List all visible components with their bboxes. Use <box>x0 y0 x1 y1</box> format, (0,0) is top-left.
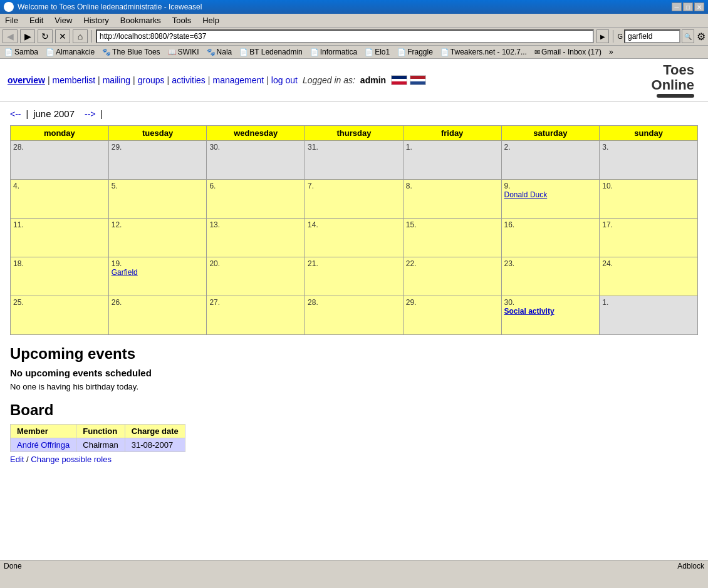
address-input[interactable] <box>96 29 594 43</box>
cal-cell-r3c6[interactable]: 24. <box>600 257 698 296</box>
cal-event-link[interactable]: Social activity <box>504 307 597 316</box>
cal-cell-r0c0[interactable]: 28. <box>11 141 109 180</box>
page-content: overview | memberlist | mailing | groups… <box>0 59 708 560</box>
flag-nl[interactable] <box>410 75 426 85</box>
cal-cell-r4c2[interactable]: 27. <box>207 296 305 335</box>
board-edit-link[interactable]: Edit <box>10 455 24 464</box>
cal-cell-r4c0[interactable]: 25. <box>11 296 109 335</box>
bookmark-gmail[interactable]: ✉ Gmail - Inbox (17) <box>533 47 603 57</box>
cal-cell-r2c3[interactable]: 14. <box>305 219 403 257</box>
bookmark-informatica[interactable]: 📄 Informatica <box>308 47 359 57</box>
board-change-roles-link[interactable]: Change possible roles <box>31 455 112 464</box>
cal-cell-r0c5[interactable]: 2. <box>501 141 600 180</box>
nav-groups[interactable]: groups <box>138 75 165 85</box>
cal-header-thursday: thursday <box>305 126 403 141</box>
cal-next-link[interactable]: --> <box>85 109 96 119</box>
cal-cell-r3c1[interactable]: 19.Garfield <box>108 257 207 296</box>
cal-day-num: 9. <box>504 182 511 190</box>
cal-header-saturday: saturday <box>501 126 600 141</box>
cal-cell-r4c6[interactable]: 1. <box>600 296 698 335</box>
cal-cell-r1c4[interactable]: 8. <box>403 180 501 219</box>
bookmark-almanakcie[interactable]: 📄 Almanakcie <box>44 47 96 57</box>
cal-cell-r0c3[interactable]: 31. <box>305 141 403 180</box>
flag-uk[interactable] <box>391 75 407 85</box>
cal-cell-r0c6[interactable]: 3. <box>600 141 698 180</box>
cal-cell-r0c2[interactable]: 30. <box>207 141 305 180</box>
menu-bookmarks[interactable]: Bookmarks <box>118 15 164 26</box>
bookmark-bluetoes[interactable]: 🐾 The Blue Toes <box>100 47 162 57</box>
cal-day-num: 27. <box>209 298 220 307</box>
menu-help[interactable]: Help <box>200 15 222 26</box>
cal-cell-r0c1[interactable]: 29. <box>108 141 207 180</box>
cal-cell-r4c4[interactable]: 29. <box>403 296 501 335</box>
bookmark-nala[interactable]: 🐾 Nala <box>205 47 234 57</box>
cal-cell-r2c1[interactable]: 12. <box>108 219 207 257</box>
cal-cell-r1c0[interactable]: 4. <box>11 180 109 219</box>
cal-cell-r3c2[interactable]: 20. <box>207 257 305 296</box>
go-button[interactable]: ▶ <box>596 29 609 43</box>
cal-cell-r1c5[interactable]: 9.Donald Duck <box>501 180 600 219</box>
minimize-button[interactable]: ─ <box>672 3 682 11</box>
cal-cell-r2c0[interactable]: 11. <box>11 219 109 257</box>
cal-cell-r1c3[interactable]: 7. <box>305 180 403 219</box>
menu-bar: File Edit View History Bookmarks Tools H… <box>0 14 708 28</box>
bookmark-swiki[interactable]: 📖 SWIKI <box>166 47 201 57</box>
bookmark-samba[interactable]: 📄 Samba <box>3 47 40 57</box>
bookmark-icon-fraggle: 📄 <box>397 48 406 56</box>
cal-cell-r2c5[interactable]: 16. <box>501 219 600 257</box>
cal-day-num: 17. <box>602 220 613 229</box>
search-input[interactable] <box>624 29 680 43</box>
menu-edit[interactable]: Edit <box>27 15 46 26</box>
cal-cell-r4c3[interactable]: 28. <box>305 296 403 335</box>
logo-line2: Online <box>652 78 694 93</box>
nav-management[interactable]: management <box>212 75 264 85</box>
nav-overview[interactable]: overview <box>8 75 45 85</box>
cal-day-num: 3. <box>602 143 608 152</box>
search-button[interactable]: 🔍 <box>682 29 694 43</box>
nav-mailing[interactable]: mailing <box>103 75 130 85</box>
back-button[interactable]: ◀ <box>3 29 18 43</box>
home-button[interactable]: ⌂ <box>73 29 88 43</box>
cal-cell-r0c4[interactable]: 1. <box>403 141 501 180</box>
cal-cell-r1c6[interactable]: 10. <box>600 180 698 219</box>
nav-logout[interactable]: log out <box>271 75 298 85</box>
cal-event-link[interactable]: Garfield <box>112 268 204 277</box>
cal-cell-r1c1[interactable]: 5. <box>108 180 207 219</box>
cal-cell-r2c6[interactable]: 17. <box>600 219 698 257</box>
cal-day-num: 11. <box>13 220 24 229</box>
cal-day-num: 29. <box>406 298 417 307</box>
cal-header-wednesday: wednesday <box>207 126 305 141</box>
menu-history[interactable]: History <box>81 15 111 26</box>
cal-day-num: 31. <box>308 143 318 152</box>
cal-cell-r3c5[interactable]: 23. <box>501 257 600 296</box>
bookmark-btledenadmin[interactable]: 📄 BT Ledenadmin <box>237 47 305 57</box>
stop-button[interactable]: ✕ <box>55 29 70 43</box>
bookmark-fraggle[interactable]: 📄 Fraggle <box>395 47 435 57</box>
bookmark-tweakers[interactable]: 📄 Tweakers.net - 102.7... <box>439 47 529 57</box>
cal-prev-link[interactable]: <-- <box>10 109 21 119</box>
cal-cell-r4c5[interactable]: 30.Social activity <box>501 296 600 335</box>
cal-event-link[interactable]: Donald Duck <box>504 190 597 199</box>
cal-cell-r3c0[interactable]: 18. <box>11 257 109 296</box>
nav-memberlist[interactable]: memberlist <box>53 75 95 85</box>
cal-cell-r4c1[interactable]: 26. <box>108 296 207 335</box>
forward-button[interactable]: ▶ <box>20 29 35 43</box>
board-table: Member Function Charge date André Offrin… <box>10 424 185 452</box>
cal-cell-r1c2[interactable]: 6. <box>207 180 305 219</box>
maximize-button[interactable]: □ <box>683 3 693 11</box>
cal-cell-r2c2[interactable]: 13. <box>207 219 305 257</box>
nav-links: overview | memberlist | mailing | groups… <box>8 75 426 85</box>
cal-cell-r3c3[interactable]: 21. <box>305 257 403 296</box>
cal-cell-r2c4[interactable]: 15. <box>403 219 501 257</box>
bookmark-more[interactable]: » <box>607 47 615 57</box>
gear-icon[interactable]: ⚙ <box>697 31 705 43</box>
bookmark-elo1[interactable]: 📄 Elo1 <box>363 47 392 57</box>
reload-button[interactable]: ↻ <box>38 29 53 43</box>
cal-cell-r3c4[interactable]: 22. <box>403 257 501 296</box>
close-button[interactable]: ✕ <box>694 3 704 11</box>
nav-activities[interactable]: activities <box>172 75 206 85</box>
menu-file[interactable]: File <box>3 15 21 26</box>
board-member-link[interactable]: André Offringa <box>17 440 70 450</box>
menu-view[interactable]: View <box>52 15 75 26</box>
menu-tools[interactable]: Tools <box>170 15 194 26</box>
